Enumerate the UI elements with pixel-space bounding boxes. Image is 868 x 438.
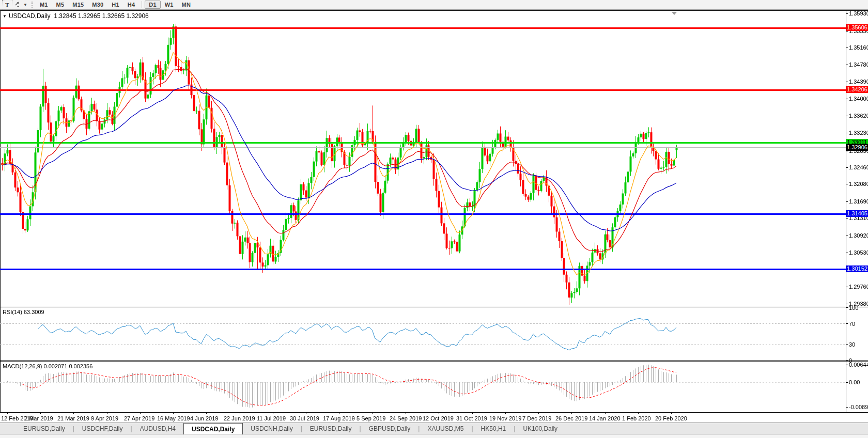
chart-tab-bar: EURUSD,Daily|USDCHF,Daily|AUDUSD,H4USDCA… bbox=[0, 423, 868, 438]
toolbar-grip bbox=[32, 2, 33, 8]
timeframe-button-mn[interactable]: MN bbox=[178, 1, 195, 9]
chevron-down-icon: ▼ bbox=[23, 3, 27, 7]
chart-tab-usdcad-daily[interactable]: USDCAD,Daily bbox=[183, 423, 243, 434]
chart-tab-hk50-h1[interactable]: HK50,H1 bbox=[473, 423, 514, 434]
timeframe-button-w1[interactable]: W1 bbox=[161, 1, 178, 9]
timeframe-button-m1[interactable]: M1 bbox=[36, 1, 52, 9]
timeframe-button-d1[interactable]: D1 bbox=[145, 1, 160, 9]
text-label-tool-button[interactable]: T bbox=[2, 0, 12, 9]
timeframe-toolbar: M1M5M15M30H1H4D1W1MN bbox=[36, 1, 195, 9]
chart-tab-audusd-h4[interactable]: AUDUSD,H4 bbox=[132, 423, 183, 434]
arrow-styles-button[interactable]: ▼ bbox=[14, 1, 27, 9]
mt4-terminal: T ▼ M1M5M15M30H1H4D1W1MN ▼USDCAD,Daily 1… bbox=[0, 0, 868, 438]
chart-tab-gbpusd-daily[interactable]: GBPUSD,Daily bbox=[361, 423, 419, 434]
timeframe-button-h1[interactable]: H1 bbox=[107, 1, 123, 9]
main-chart-canvas[interactable] bbox=[0, 10, 868, 423]
tab-bar-bottom-strip bbox=[0, 434, 868, 438]
chart-tab-usdcnh-daily[interactable]: USDCNH,Daily bbox=[243, 423, 300, 434]
timeframe-button-h4[interactable]: H4 bbox=[123, 1, 139, 9]
chart-tab-uk100-daily[interactable]: UK100,Daily bbox=[515, 423, 565, 434]
top-toolbar: T ▼ M1M5M15M30H1H4D1W1MN bbox=[0, 0, 868, 10]
timeframe-button-m15[interactable]: M15 bbox=[68, 1, 88, 9]
toolbar-divider bbox=[142, 1, 142, 8]
timeframe-button-m5[interactable]: M5 bbox=[52, 1, 69, 9]
chart-window: ▼USDCAD,Daily 1.32845 1.32965 1.32665 1.… bbox=[0, 10, 868, 423]
chart-tab-xauusd-m5[interactable]: XAUUSD,M5 bbox=[420, 423, 471, 434]
chart-tab-usdchf-daily[interactable]: USDCHF,Daily bbox=[74, 423, 131, 434]
chart-tabs: EURUSD,Daily|USDCHF,Daily|AUDUSD,H4USDCA… bbox=[16, 423, 565, 434]
chart-tab-eurusd-daily[interactable]: EURUSD,Daily bbox=[302, 423, 360, 434]
chart-tab-eurusd-daily[interactable]: EURUSD,Daily bbox=[16, 423, 73, 434]
diagonal-arrows-icon bbox=[14, 1, 22, 9]
timeframe-button-m30[interactable]: M30 bbox=[88, 1, 107, 9]
